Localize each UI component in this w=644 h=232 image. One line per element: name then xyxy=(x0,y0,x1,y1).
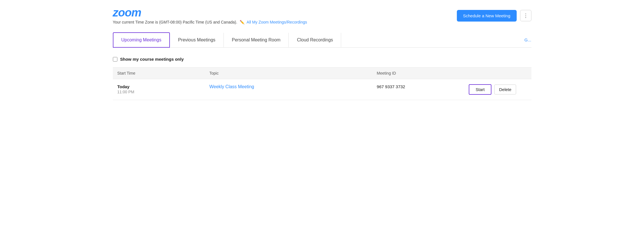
zoom-logo: zoom xyxy=(113,7,307,18)
course-meetings-checkbox[interactable] xyxy=(113,57,117,62)
col-header-topic: Topic xyxy=(205,68,372,79)
timezone-text: Your current Time Zone is (GMT-08:00) Pa… xyxy=(113,20,237,24)
more-options-button[interactable]: ⋮ xyxy=(520,10,531,21)
table-row: Today 11:00 PM Weekly Class Meeting 967 … xyxy=(113,79,531,100)
cell-actions: Start Delete xyxy=(464,79,531,100)
meeting-topic-link[interactable]: Weekly Class Meeting xyxy=(209,84,254,89)
meeting-id-value: 967 9337 3732 xyxy=(377,84,405,89)
course-meetings-label: Show my course meetings only xyxy=(120,57,184,62)
edit-icon[interactable]: ✏️ xyxy=(240,20,244,24)
tab-previous-meetings[interactable]: Previous Meetings xyxy=(170,33,224,47)
tabs-container: Upcoming Meetings Previous Meetings Pers… xyxy=(113,32,531,48)
schedule-new-meeting-button[interactable]: Schedule a New Meeting xyxy=(457,10,517,22)
table-header: Start Time Topic Meeting ID xyxy=(113,68,531,79)
meeting-start-time: 11:00 PM xyxy=(117,90,200,94)
meeting-start-day: Today xyxy=(117,84,200,89)
cell-start-time: Today 11:00 PM xyxy=(113,79,205,100)
tab-upcoming-meetings[interactable]: Upcoming Meetings xyxy=(113,32,170,48)
tab-cloud-recordings[interactable]: Cloud Recordings xyxy=(289,33,341,47)
more-dots-icon: ⋮ xyxy=(523,12,528,19)
all-meetings-link[interactable]: All My Zoom Meetings/Recordings xyxy=(247,20,307,24)
meetings-table: Start Time Topic Meeting ID Today 11:00 … xyxy=(113,67,531,100)
start-meeting-button[interactable]: Start xyxy=(469,84,491,95)
actions-cell: Start Delete xyxy=(469,84,527,95)
cell-meeting-id: 967 9337 3732 xyxy=(372,79,464,100)
page-header: zoom Your current Time Zone is (GMT-08:0… xyxy=(113,7,531,24)
header-left: zoom Your current Time Zone is (GMT-08:0… xyxy=(113,7,307,24)
col-header-actions xyxy=(464,68,531,79)
delete-meeting-button[interactable]: Delete xyxy=(494,85,516,94)
header-right: Schedule a New Meeting ⋮ xyxy=(457,10,531,22)
col-header-start-time: Start Time xyxy=(113,68,205,79)
filter-row: Show my course meetings only xyxy=(113,53,531,67)
tab-g-link[interactable]: G... xyxy=(524,33,531,47)
cell-topic: Weekly Class Meeting xyxy=(205,79,372,100)
tab-personal-meeting-room[interactable]: Personal Meeting Room xyxy=(224,33,289,47)
timezone-row: Your current Time Zone is (GMT-08:00) Pa… xyxy=(113,20,307,24)
col-header-meeting-id: Meeting ID xyxy=(372,68,464,79)
